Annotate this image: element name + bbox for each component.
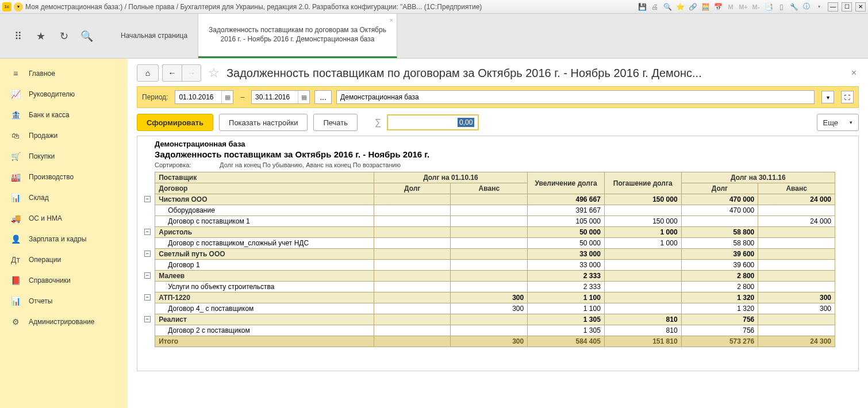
- search-icon[interactable]: 🔍: [80, 30, 93, 43]
- period-from-input[interactable]: [175, 91, 221, 103]
- header-advance: Аванс: [451, 183, 528, 194]
- contract-name: Договор 4_ с поставщиком: [155, 303, 374, 314]
- sort-value: Долг на конец По убыванию, Аванс на коне…: [220, 161, 401, 168]
- sidebar-item-11[interactable]: 📊Отчеты: [0, 291, 128, 311]
- back-button[interactable]: ←: [162, 64, 182, 82]
- close-button[interactable]: ✕: [855, 2, 866, 11]
- sidebar-item-10[interactable]: 📕Справочники: [0, 270, 128, 291]
- report-title: Задолженность поставщикам за Октябрь 201…: [140, 149, 854, 161]
- contract-row[interactable]: Договор 4_ с поставщиком3001 1001 320300: [140, 303, 835, 314]
- contract-row[interactable]: Договор 133 00039 600: [140, 260, 835, 271]
- star-icon[interactable]: ★: [34, 30, 47, 43]
- tab-close-icon[interactable]: ×: [389, 16, 393, 24]
- m-icon[interactable]: M: [725, 2, 736, 12]
- favorite-star-icon[interactable]: ☆: [208, 66, 220, 80]
- collapse-icon[interactable]: −: [144, 251, 151, 257]
- calendar-icon[interactable]: 📅: [713, 2, 723, 12]
- header-decrease: Погашение долга: [604, 172, 681, 194]
- sidebar-item-1[interactable]: 📈Руководителю: [0, 84, 128, 105]
- tab-report[interactable]: Задолженность поставщикам по договорам з…: [198, 14, 397, 58]
- windows-icon[interactable]: 📑: [763, 2, 774, 12]
- favorite-icon[interactable]: ⭐: [675, 2, 685, 12]
- period-picker-button[interactable]: ...: [314, 90, 332, 104]
- sidebar-item-0[interactable]: ≡Главное: [0, 63, 128, 84]
- sidebar-icon: 🛒: [10, 152, 21, 161]
- link-icon[interactable]: 🔗: [688, 2, 698, 12]
- app-menu-dropdown-icon[interactable]: ▾: [14, 2, 23, 11]
- collapse-icon[interactable]: −: [144, 272, 151, 279]
- window-title: Моя демонстрационная база:) / Полные пра…: [25, 3, 482, 11]
- report-org: Демонстрационная база: [140, 138, 854, 149]
- period-to-field[interactable]: ▦: [251, 90, 310, 104]
- total-row: Итого300584 405151 810573 27624 300: [140, 336, 835, 347]
- tab-home-label: Начальная страница: [121, 32, 187, 41]
- sidebar-icon: 🏭: [10, 172, 21, 182]
- calendar-from-icon[interactable]: ▦: [221, 91, 233, 103]
- save-icon[interactable]: 💾: [637, 2, 647, 12]
- collapse-icon[interactable]: −: [144, 316, 151, 322]
- sum-field[interactable]: 0,00: [387, 114, 479, 130]
- m-plus-icon[interactable]: M+: [738, 2, 748, 12]
- org-field[interactable]: [336, 90, 815, 104]
- sidebar-item-5[interactable]: 🏭Производство: [0, 167, 128, 187]
- supplier-row[interactable]: −Аристоль50 0001 00058 800: [140, 227, 835, 238]
- info-dropdown-icon[interactable]: ▾: [814, 2, 824, 12]
- supplier-row[interactable]: −Реалист1 305810756: [140, 314, 835, 325]
- contract-row[interactable]: Услуги по объекту строительства2 3332 80…: [140, 282, 835, 292]
- calculator-icon[interactable]: 🧮: [700, 2, 710, 12]
- period-to-input[interactable]: [252, 91, 298, 103]
- history-icon[interactable]: ↻: [57, 30, 70, 43]
- sidebar-item-label: Склад: [29, 194, 49, 202]
- sidebar-item-label: Производство: [29, 173, 74, 181]
- supplier-row[interactable]: −Светлый путь ООО33 00039 600: [140, 249, 835, 260]
- supplier-row[interactable]: −Малеев2 3332 800: [140, 271, 835, 282]
- contract-row[interactable]: Договор с поставщиком 1105 000150 00024 …: [140, 216, 835, 227]
- period-from-field[interactable]: ▦: [175, 90, 233, 104]
- wrench-icon[interactable]: 🔧: [789, 2, 799, 12]
- supplier-row[interactable]: −АТП-12203001 1001 320300: [140, 292, 835, 303]
- sidebar-item-4[interactable]: 🛒Покупки: [0, 146, 128, 167]
- apps-icon[interactable]: ⠿: [11, 30, 24, 43]
- sidebar-item-12[interactable]: ⚙Администрирование: [0, 311, 128, 332]
- contract-row[interactable]: Оборудование391 667470 000: [140, 205, 835, 216]
- tab-home[interactable]: Начальная страница: [110, 14, 198, 58]
- sidebar-item-2[interactable]: 🏦Банк и касса: [0, 105, 128, 125]
- sidebar-icon: 📈: [10, 90, 21, 99]
- forward-button[interactable]: →: [182, 64, 201, 82]
- sidebar-icon: 🚚: [10, 214, 21, 223]
- sidebar-item-3[interactable]: 🛍Продажи: [0, 125, 128, 146]
- sidebar-item-9[interactable]: ДтОперации: [0, 249, 128, 270]
- contract-row[interactable]: Договор с поставщиком_сложный учет НДС50…: [140, 238, 835, 249]
- app-logo-icon: 1c: [2, 2, 11, 11]
- supplier-name: АТП-1220: [155, 292, 374, 303]
- collapse-icon[interactable]: −: [144, 196, 151, 202]
- period-dash: –: [238, 93, 247, 101]
- page-close-icon[interactable]: ×: [849, 68, 859, 78]
- sidebar-item-8[interactable]: 👤Зарплата и кадры: [0, 229, 128, 249]
- org-input[interactable]: [337, 91, 814, 103]
- sidebar-item-label: Руководителю: [29, 90, 75, 98]
- org-dropdown-icon[interactable]: ▾: [821, 91, 834, 103]
- more-button[interactable]: Еще ▾: [817, 114, 859, 131]
- m-minus-icon[interactable]: M-: [751, 2, 761, 12]
- sidebar-item-7[interactable]: 🚚ОС и НМА: [0, 208, 128, 229]
- calendar-to-icon[interactable]: ▦: [298, 91, 309, 103]
- supplier-row[interactable]: −Чистюля ООО496 667150 000470 00024 000: [140, 194, 835, 205]
- collapse-icon[interactable]: −: [144, 229, 151, 235]
- form-button[interactable]: Сформировать: [137, 114, 213, 131]
- print-icon[interactable]: 🖨: [650, 2, 660, 12]
- sidebar-item-6[interactable]: 📊Склад: [0, 187, 128, 208]
- expand-icon[interactable]: ⛶: [841, 91, 854, 103]
- print-button[interactable]: Печать: [313, 114, 358, 131]
- preview-icon[interactable]: 🔍: [662, 2, 673, 12]
- settings-button[interactable]: Показать настройки: [219, 114, 308, 131]
- header-debt2: Долг: [681, 183, 758, 194]
- home-button[interactable]: ⌂: [137, 64, 159, 82]
- panel-icon[interactable]: ▯: [776, 2, 786, 12]
- header-contract: Договор: [155, 183, 374, 194]
- info-icon[interactable]: ⓘ: [801, 2, 812, 12]
- contract-row[interactable]: Договор 2 с поставщиком1 305810756: [140, 325, 835, 336]
- collapse-icon[interactable]: −: [144, 294, 151, 301]
- maximize-button[interactable]: ☐: [842, 2, 852, 11]
- minimize-button[interactable]: —: [828, 2, 838, 11]
